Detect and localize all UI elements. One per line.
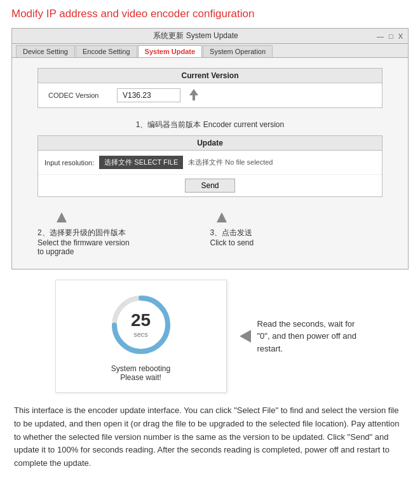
arrow-up-left-icon	[57, 212, 67, 222]
update-file-row: Input resolution: 选择文件 SELECT FILE 未选择文件…	[38, 151, 382, 175]
codec-label: CODEC Version	[48, 92, 112, 99]
send-button[interactable]: Send	[185, 179, 234, 193]
window-content: Current Version CODEC Version V136.23 1、…	[12, 58, 408, 269]
system-update-window: 系统更新 System Update — □ X Device Setting …	[11, 28, 409, 269]
reboot-right-text: Read the seconds, wait for "0", and then…	[257, 318, 365, 355]
tab-system-operation[interactable]: System Operation	[203, 45, 273, 57]
reboot-side-info: Read the seconds, wait for "0", and then…	[240, 318, 365, 355]
countdown-unit: secs	[133, 330, 148, 338]
update-box: Update Input resolution: 选择文件 SELECT FIL…	[37, 135, 383, 197]
input-res-label: Input resolution:	[44, 159, 94, 167]
countdown-text: 25 secs	[131, 311, 151, 339]
up-arrow-icon	[189, 89, 198, 100]
minimize-button[interactable]: —	[376, 32, 385, 40]
annotations-row: 2、选择要升级的固件版本 Select the firmware version…	[37, 207, 383, 256]
version-arrow	[189, 89, 198, 102]
svg-rect-1	[193, 95, 195, 100]
no-file-text: 未选择文件 No file selected	[188, 158, 273, 167]
page-container: Modify IP address and video encoder conf…	[0, 0, 420, 483]
annotation-1-text: 1、编码器当前版本 Encoder current version	[136, 120, 284, 129]
update-header: Update	[38, 136, 382, 151]
version-row: CODEC Version V136.23	[38, 83, 382, 107]
annotation-left-text: 2、选择要升级的固件版本 Select the firmware version…	[37, 228, 130, 256]
arrow-up-right-icon	[217, 212, 227, 222]
arrow-left-icon	[240, 330, 251, 343]
tab-system-update[interactable]: System Update	[138, 45, 202, 57]
reboot-card: 25 secs System rebooting Please wait!	[55, 280, 227, 393]
tab-encode-setting[interactable]: Encode Setting	[76, 45, 137, 57]
reboot-message: System rebooting Please wait!	[111, 364, 170, 382]
reboot-section: 25 secs System rebooting Please wait! Re…	[11, 280, 409, 393]
window-title: 系统更新 System Update	[16, 31, 376, 41]
annotation-right: 3、点击发送 Click to send	[210, 210, 383, 256]
annotation-right-text: 3、点击发送 Click to send	[210, 228, 254, 247]
tab-device-setting[interactable]: Device Setting	[16, 45, 75, 57]
current-version-header: Current Version	[38, 69, 382, 83]
codec-value: V136.23	[117, 88, 180, 102]
window-controls: — □ X	[376, 32, 404, 40]
countdown-number: 25	[131, 311, 151, 329]
countdown-circle: 25 secs	[109, 293, 173, 357]
titlebar: 系统更新 System Update — □ X	[12, 29, 408, 44]
maximize-button[interactable]: □	[388, 32, 395, 40]
select-file-button[interactable]: 选择文件 SELECT FILE	[99, 156, 183, 169]
current-version-box: Current Version CODEC Version V136.23	[37, 68, 383, 108]
description-text: This interface is the encoder update int…	[11, 404, 409, 470]
annotation-left: 2、选择要升级的固件版本 Select the firmware version…	[37, 210, 210, 256]
annotation-1: 1、编码器当前版本 Encoder current version	[37, 118, 383, 135]
send-row: Send	[38, 175, 382, 196]
page-title: Modify IP address and video encoder conf…	[11, 8, 409, 20]
svg-marker-0	[189, 89, 198, 95]
close-button[interactable]: X	[397, 32, 404, 40]
tabs-bar: Device Setting Encode Setting System Upd…	[12, 44, 408, 58]
